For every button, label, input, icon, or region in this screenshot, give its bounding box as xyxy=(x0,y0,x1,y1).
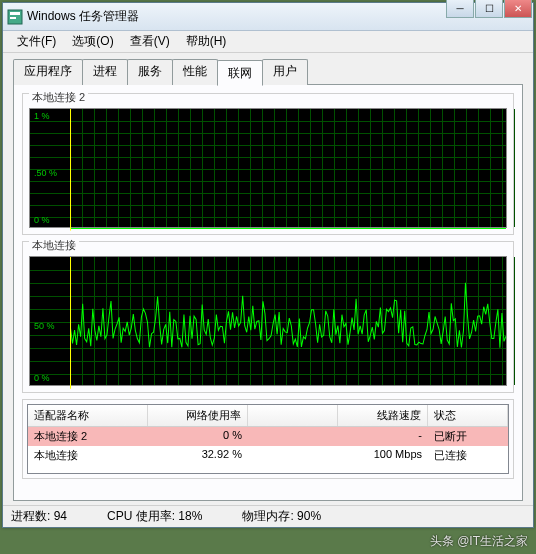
tab-performance[interactable]: 性能 xyxy=(172,59,218,85)
menu-file[interactable]: 文件(F) xyxy=(9,31,64,52)
network-graph-2: 50 % 0 % xyxy=(29,256,507,386)
cell-speed: - xyxy=(338,428,428,445)
tab-processes[interactable]: 进程 xyxy=(82,59,128,85)
table-row[interactable]: 本地连接32.92 %100 Mbps已连接 xyxy=(28,446,508,465)
cell-usage: 32.92 % xyxy=(148,447,248,464)
menu-options[interactable]: 选项(O) xyxy=(64,31,121,52)
graph-group-1: 本地连接 2 1 % .50 % 0 % xyxy=(22,93,514,235)
tab-panel-networking: 本地连接 2 1 % .50 % 0 % 本地连接 50 % xyxy=(13,84,523,501)
minimize-button[interactable]: ─ xyxy=(446,0,474,18)
graph2-label: 本地连接 xyxy=(29,238,79,253)
status-memory: 物理内存: 90% xyxy=(242,508,321,525)
cell-name: 本地连接 2 xyxy=(28,428,148,445)
watermark: 头条 @IT生活之家 xyxy=(430,533,528,550)
signal-line-2 xyxy=(30,257,506,389)
app-icon xyxy=(7,9,23,25)
col-spacer xyxy=(248,405,338,426)
close-button[interactable]: ✕ xyxy=(504,0,532,18)
status-bar: 进程数: 94 CPU 使用率: 18% 物理内存: 90% xyxy=(3,505,533,527)
titlebar[interactable]: Windows 任务管理器 ─ ☐ ✕ xyxy=(3,3,533,31)
menu-help[interactable]: 帮助(H) xyxy=(178,31,235,52)
col-speed[interactable]: 线路速度 xyxy=(338,405,428,426)
adapter-table-wrap: 适配器名称 网络使用率 线路速度 状态 本地连接 20 %-已断开本地连接32.… xyxy=(22,399,514,479)
adapter-table: 适配器名称 网络使用率 线路速度 状态 本地连接 20 %-已断开本地连接32.… xyxy=(27,404,509,474)
col-usage[interactable]: 网络使用率 xyxy=(148,405,248,426)
tab-applications[interactable]: 应用程序 xyxy=(13,59,83,85)
signal-line-1 xyxy=(30,109,506,231)
status-cpu: CPU 使用率: 18% xyxy=(107,508,202,525)
cell-state: 已连接 xyxy=(428,447,508,464)
svg-rect-1 xyxy=(10,12,20,15)
cell-name: 本地连接 xyxy=(28,447,148,464)
content-area: 应用程序 进程 服务 性能 联网 用户 本地连接 2 1 % .50 % 0 % xyxy=(3,53,533,505)
task-manager-window: Windows 任务管理器 ─ ☐ ✕ 文件(F) 选项(O) 查看(V) 帮助… xyxy=(2,2,534,528)
col-adapter-name[interactable]: 适配器名称 xyxy=(28,405,148,426)
graph-group-2: 本地连接 50 % 0 % xyxy=(22,241,514,393)
table-header: 适配器名称 网络使用率 线路速度 状态 xyxy=(28,405,508,427)
svg-rect-2 xyxy=(10,17,16,19)
status-processes: 进程数: 94 xyxy=(11,508,67,525)
cell-state: 已断开 xyxy=(428,428,508,445)
col-state[interactable]: 状态 xyxy=(428,405,508,426)
tab-networking[interactable]: 联网 xyxy=(217,60,263,86)
tab-strip: 应用程序 进程 服务 性能 联网 用户 xyxy=(13,59,523,85)
maximize-button[interactable]: ☐ xyxy=(475,0,503,18)
table-row[interactable]: 本地连接 20 %-已断开 xyxy=(28,427,508,446)
graph1-label: 本地连接 2 xyxy=(29,90,88,105)
network-graph-1: 1 % .50 % 0 % xyxy=(29,108,507,228)
cell-usage: 0 % xyxy=(148,428,248,445)
tab-services[interactable]: 服务 xyxy=(127,59,173,85)
menubar: 文件(F) 选项(O) 查看(V) 帮助(H) xyxy=(3,31,533,53)
tab-users[interactable]: 用户 xyxy=(262,59,308,85)
cell-speed: 100 Mbps xyxy=(338,447,428,464)
menu-view[interactable]: 查看(V) xyxy=(122,31,178,52)
